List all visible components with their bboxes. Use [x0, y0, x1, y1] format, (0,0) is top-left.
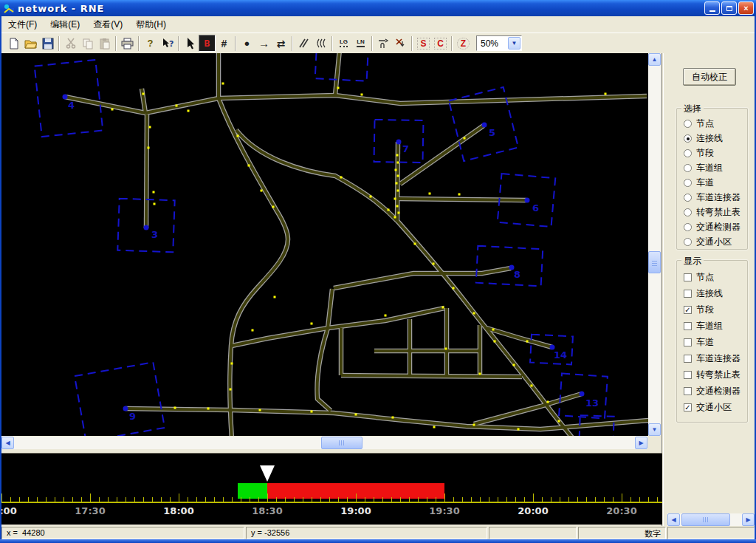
checkbox-display-5[interactable]: 车道连接器	[684, 352, 740, 364]
timeline-panel[interactable]: 17:0017:3018:0018:3019:0019:3020:0020:30	[1, 453, 662, 525]
network-point	[261, 190, 263, 192]
b-tool-button[interactable]: B	[199, 35, 216, 52]
network-point	[558, 420, 560, 423]
c-button[interactable]: C	[432, 35, 449, 52]
panel-scroll-left-button[interactable]: ◀	[667, 513, 680, 526]
network-point	[494, 341, 496, 343]
traffic-zone-9[interactable]	[75, 362, 165, 436]
restore-button[interactable]	[721, 1, 737, 15]
scroll-left-button[interactable]: ◀	[1, 437, 14, 449]
app-window: network - RNE × 文件(F)编辑(E)查看(V)帮助(H) ? ?…	[0, 0, 756, 543]
checkbox-display-7[interactable]: 交通检测器	[684, 385, 740, 397]
vertical-scroll-thumb[interactable]	[648, 251, 661, 273]
map-vertical-scrollbar[interactable]: ▲ ▼	[648, 53, 661, 436]
horizontal-scroll-thumb[interactable]	[321, 437, 362, 449]
s-button[interactable]: S	[415, 35, 432, 52]
menu-item-2[interactable]: 查看(V)	[86, 16, 129, 33]
minimize-button[interactable]	[704, 1, 720, 15]
paste-button[interactable]	[96, 35, 113, 52]
zone-number: 6	[532, 202, 539, 214]
checkbox-display-1[interactable]: 连接线	[684, 287, 723, 299]
checkbox-display-2[interactable]: ✓节段	[684, 304, 714, 315]
network-point	[473, 313, 475, 315]
network-point	[230, 389, 232, 391]
checkbox-display-4[interactable]: 车道	[684, 336, 714, 348]
context-help-button[interactable]: ?	[159, 35, 176, 52]
menu-bar: 文件(F)编辑(E)查看(V)帮助(H)	[1, 16, 755, 33]
curve-tool-button[interactable]	[312, 35, 329, 52]
checkbox-display-6[interactable]: 转弯禁止表	[684, 369, 740, 380]
panel-scroll-right-button[interactable]: ▶	[742, 513, 755, 526]
network-point	[142, 93, 145, 95]
map-canvas[interactable]: 43576814139	[1, 53, 648, 436]
delete-connector-tool-button[interactable]	[392, 35, 409, 52]
radio-select-7[interactable]: 交通检测器	[684, 221, 740, 233]
auto-correct-button[interactable]: 自动校正	[683, 68, 736, 86]
map-horizontal-scrollbar[interactable]: ◀ ▶	[1, 437, 647, 449]
radio-select-2[interactable]: 节段	[684, 147, 714, 159]
lane-connector-tool-button[interactable]	[375, 35, 392, 52]
select-tool-button[interactable]	[182, 35, 199, 52]
network-point	[394, 198, 396, 200]
zoom-level-combobox[interactable]: 50% ▼	[476, 35, 522, 51]
status-num-lock: 数字	[578, 527, 666, 539]
close-button[interactable]: ×	[738, 1, 754, 15]
radio-select-0[interactable]: 节点	[684, 117, 714, 129]
checkbox-display-0[interactable]: 节点	[684, 271, 714, 283]
network-point	[259, 409, 261, 411]
z-button[interactable]: Z	[455, 35, 472, 52]
zoom-dropdown-button[interactable]: ▼	[508, 37, 520, 49]
network-point	[153, 191, 155, 194]
panel-scroll-thumb[interactable]	[681, 513, 730, 526]
network-point	[396, 182, 398, 185]
link-tool-button[interactable]: →	[255, 35, 272, 52]
network-point	[111, 109, 114, 111]
zone-number: 13	[585, 397, 599, 409]
window-border-bottom	[0, 539, 756, 543]
scroll-down-button[interactable]: ▼	[648, 423, 661, 436]
zone-centroid	[123, 406, 128, 411]
copy-button[interactable]	[79, 35, 96, 52]
ln-button[interactable]: LN	[352, 35, 369, 52]
network-point	[396, 154, 399, 157]
open-file-button[interactable]	[22, 35, 39, 52]
menu-item-0[interactable]: 文件(F)	[1, 16, 44, 33]
network-point	[149, 126, 151, 129]
traffic-zone-partial-2[interactable]	[315, 53, 369, 81]
title-bar[interactable]: network - RNE ×	[0, 0, 756, 16]
panel-horizontal-scrollbar[interactable]: ◀ ▶	[667, 513, 755, 526]
help-button[interactable]: ?	[142, 35, 159, 52]
radio-select-8[interactable]: 交通小区	[684, 236, 732, 247]
radio-select-4[interactable]: 车道	[684, 177, 714, 188]
menu-item-3[interactable]: 帮助(H)	[129, 16, 173, 33]
radio-select-6[interactable]: 转弯禁止表	[684, 206, 740, 218]
print-button[interactable]	[119, 35, 136, 52]
timeline-interval-bar-0[interactable]	[238, 483, 267, 499]
network-point	[388, 209, 390, 211]
network-point	[231, 363, 233, 365]
radio-select-3[interactable]: 车道组	[684, 162, 723, 174]
cut-button[interactable]	[62, 35, 79, 52]
svg-text:?: ?	[169, 39, 173, 49]
timeline-marker[interactable]	[260, 465, 275, 482]
timeline-time-label: 17:30	[75, 505, 105, 516]
network-point	[458, 194, 461, 196]
scroll-up-button[interactable]: ▲	[648, 53, 661, 66]
traffic-zone-8[interactable]	[476, 246, 543, 287]
save-button[interactable]	[39, 35, 56, 52]
grid-tool-button[interactable]: #	[216, 35, 233, 52]
menu-item-1[interactable]: 编辑(E)	[44, 16, 86, 33]
segment-tool-button[interactable]	[295, 35, 312, 52]
network-point	[174, 407, 176, 409]
radio-select-5[interactable]: 车道连接器	[684, 191, 740, 203]
network-point	[414, 243, 416, 245]
network-point	[513, 364, 515, 366]
checkbox-display-8[interactable]: ✓交通小区	[684, 401, 732, 413]
radio-select-1[interactable]: 连接线	[684, 132, 723, 144]
scroll-right-button[interactable]: ▶	[635, 437, 647, 449]
new-file-button[interactable]	[5, 35, 22, 52]
two-way-link-tool-button[interactable]: ⇄	[272, 35, 289, 52]
checkbox-display-3[interactable]: 车道组	[684, 320, 723, 332]
node-tool-button[interactable]: ●	[238, 35, 255, 52]
lg-button[interactable]: LG	[335, 35, 352, 52]
